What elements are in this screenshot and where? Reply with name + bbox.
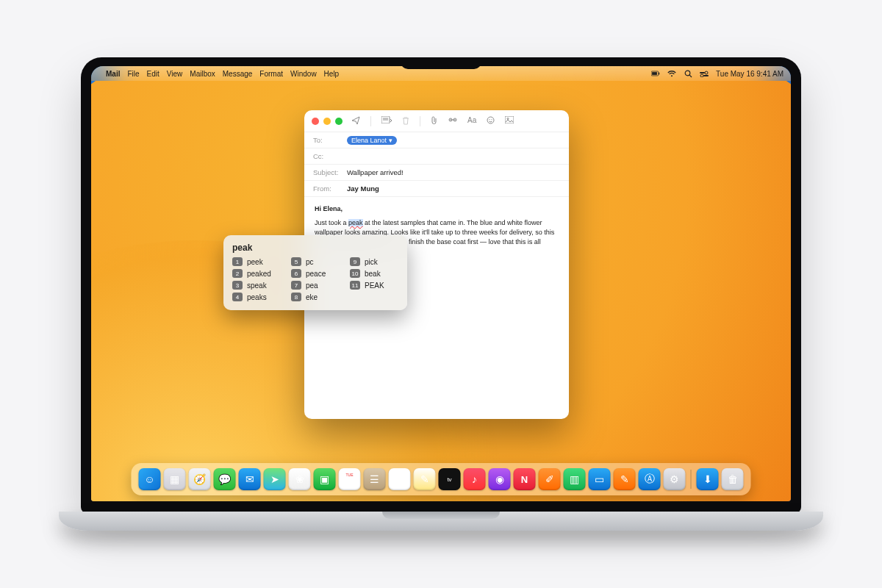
dock-app-news[interactable]: N <box>514 468 536 490</box>
dock-app-calendar[interactable]: TUE16 <box>339 468 361 490</box>
candidate-item[interactable]: 10beak <box>350 269 398 278</box>
from-value: Jay Mung <box>347 184 379 193</box>
subject-field-row[interactable]: Subject: Wallpaper arrived! <box>304 165 569 181</box>
dock-app-numbers[interactable]: ▥ <box>564 468 586 490</box>
to-recipient-pill[interactable]: Elena Lanot ▾ <box>347 136 397 145</box>
dock-app-podcasts[interactable]: ◉ <box>489 468 511 490</box>
menubar-item-format[interactable]: Format <box>259 70 283 78</box>
to-label: To: <box>313 136 347 144</box>
misspelled-word[interactable]: peak <box>348 219 363 226</box>
svg-rect-17 <box>505 116 514 123</box>
svg-point-15 <box>490 118 490 119</box>
screen-bezel: Mail File Edit View Mailbox Message Form… <box>81 57 801 513</box>
candidate-item[interactable]: 11PEAK <box>350 281 398 290</box>
dock-app-messages[interactable]: 💬 <box>214 468 236 490</box>
candidate-item[interactable]: 2peaked <box>232 269 281 278</box>
dock-app-maps[interactable]: ➤ <box>264 468 286 490</box>
desktop-screen: Mail File Edit View Mailbox Message Form… <box>91 66 791 501</box>
dock-trash[interactable]: 🗑 <box>722 468 744 490</box>
laptop-base <box>59 512 823 531</box>
menubar-status-area: Tue May 16 9:41 AM <box>651 70 784 78</box>
menubar-item-edit[interactable]: Edit <box>147 70 159 78</box>
subject-value: Wallpaper arrived! <box>347 168 404 176</box>
compose-toolbar: Aa <box>351 116 562 126</box>
search-icon[interactable] <box>684 70 692 78</box>
candidate-item[interactable]: 8eke <box>291 293 340 301</box>
wifi-icon[interactable] <box>667 71 676 77</box>
candidate-item[interactable]: 4peaks <box>232 293 281 301</box>
menubar-clock[interactable]: Tue May 16 9:41 AM <box>716 70 784 78</box>
dock-app-reminders[interactable]: ≣ <box>389 468 411 490</box>
candidate-item[interactable]: 9pick <box>350 257 398 266</box>
candidate-item[interactable]: 3speak <box>232 281 281 290</box>
dock-app-contacts[interactable]: ☰ <box>364 468 386 490</box>
dock-app-freeform[interactable]: ✐ <box>539 468 561 490</box>
dock-app-photos[interactable]: ❀ <box>289 468 311 490</box>
dock-app-safari[interactable]: 🧭 <box>189 468 211 490</box>
send-icon[interactable] <box>351 116 360 126</box>
window-minimize-button[interactable] <box>323 118 331 125</box>
svg-rect-1 <box>652 72 657 75</box>
svg-point-3 <box>685 71 690 76</box>
dock-app-facetime[interactable]: ▣ <box>314 468 336 490</box>
candidate-item[interactable]: 7pea <box>291 281 340 290</box>
candidate-grid: 1peek 5pc 9pick 2peaked 6peace 10beak 3s… <box>232 257 398 301</box>
window-close-button[interactable] <box>312 118 319 125</box>
svg-rect-7 <box>703 75 709 76</box>
trash-icon[interactable] <box>402 116 409 126</box>
menubar-item-message[interactable]: Message <box>223 70 253 78</box>
dock-app-settings[interactable]: ⚙︎ <box>664 468 686 490</box>
attach-icon[interactable] <box>431 116 438 126</box>
menubar-item-window[interactable]: Window <box>290 70 317 78</box>
subject-label: Subject: <box>313 168 347 176</box>
dock-divider <box>691 470 692 489</box>
dock-app-finder[interactable]: ☺ <box>139 468 161 490</box>
header-fields-icon[interactable] <box>381 116 392 126</box>
emoji-icon[interactable] <box>487 116 495 126</box>
candidate-item[interactable]: 5pc <box>291 257 340 266</box>
window-traffic-lights <box>312 118 343 125</box>
dock-app-music[interactable]: ♪ <box>464 468 486 490</box>
autocorrect-candidate-popup: peak 1peek 5pc 9pick 2peaked 6peace 10be… <box>223 235 407 310</box>
laptop-frame: Mail File Edit View Mailbox Message Form… <box>81 57 801 531</box>
dock-app-tv[interactable]: tv <box>439 468 461 490</box>
photo-icon[interactable] <box>505 116 514 126</box>
dock-app-launchpad[interactable]: ▦ <box>164 468 186 490</box>
svg-point-16 <box>492 118 492 119</box>
from-field-row[interactable]: From: Jay Mung <box>304 181 569 197</box>
dock-app-mail[interactable]: ✉︎ <box>239 468 261 490</box>
dock-downloads-stack[interactable]: ⬇︎ <box>697 468 719 490</box>
cc-label: Cc: <box>313 152 347 160</box>
svg-rect-5 <box>700 72 705 74</box>
candidate-item[interactable]: 1peek <box>232 257 281 266</box>
svg-point-14 <box>487 117 494 123</box>
window-titlebar[interactable]: Aa <box>304 110 569 132</box>
from-label: From: <box>313 184 347 193</box>
battery-icon[interactable] <box>651 71 660 76</box>
format-icon[interactable]: Aa <box>467 116 476 126</box>
dock-app-notes[interactable]: ✎ <box>414 468 436 490</box>
dock-app-pages[interactable]: ✎ <box>614 468 636 490</box>
to-field-row[interactable]: To: Elena Lanot ▾ <box>304 132 569 148</box>
cc-field-row[interactable]: Cc: <box>304 148 569 165</box>
menubar-app-name[interactable]: Mail <box>106 70 120 78</box>
control-center-icon[interactable] <box>700 71 709 77</box>
link-icon[interactable] <box>448 116 457 126</box>
candidate-item[interactable]: 6peace <box>291 269 340 278</box>
body-greeting: Hi Elena, <box>315 204 559 214</box>
menubar-item-mailbox[interactable]: Mailbox <box>190 70 215 78</box>
candidate-title: peak <box>232 243 398 253</box>
dock-app-keynote[interactable]: ▭ <box>589 468 611 490</box>
svg-point-6 <box>705 71 708 74</box>
dock-app-appstore[interactable]: Ⓐ <box>639 468 661 490</box>
menubar-item-help[interactable]: Help <box>324 70 340 78</box>
svg-line-4 <box>689 75 692 77</box>
svg-point-8 <box>700 74 703 77</box>
dock: ☺ ▦ 🧭 💬 ✉︎ ➤ ❀ ▣ TUE16 ☰ ≣ ✎ tv ♪ ◉ N ✐ … <box>132 463 751 495</box>
window-zoom-button[interactable] <box>335 118 343 125</box>
menubar-item-view[interactable]: View <box>167 70 183 78</box>
svg-point-18 <box>507 118 509 119</box>
menubar-item-file[interactable]: File <box>127 70 139 78</box>
svg-rect-2 <box>659 73 659 75</box>
display-notch <box>401 57 481 69</box>
